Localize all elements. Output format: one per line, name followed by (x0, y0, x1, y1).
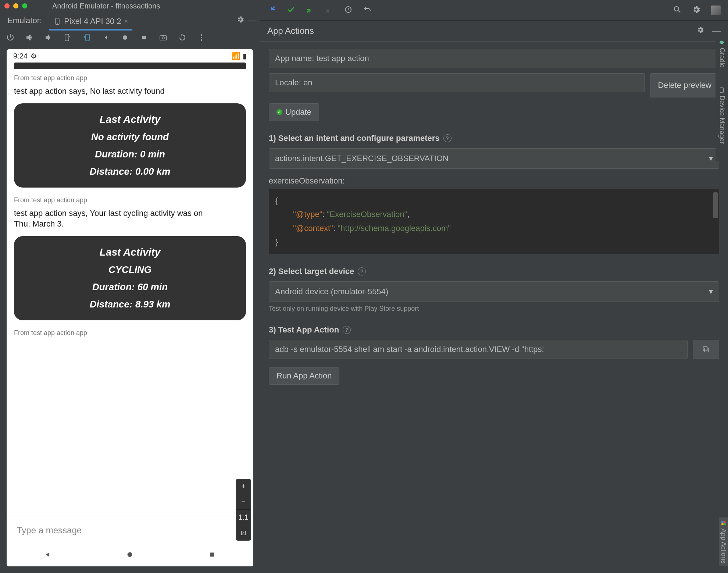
window-traffic-lights (4, 3, 27, 8)
rotate-right-icon[interactable] (82, 33, 91, 43)
side-tab-gradle[interactable]: Gradle (717, 37, 727, 70)
activity-card-1[interactable]: Last Activity No activity found Duration… (14, 103, 246, 188)
nav-back-icon[interactable] (44, 551, 52, 560)
card1-distance: Distance: 0.00 km (21, 166, 239, 177)
power-icon[interactable] (6, 33, 15, 43)
reload-icon[interactable] (178, 33, 187, 43)
status-time: 9:24 (13, 52, 28, 60)
previous-card-strip (14, 63, 246, 69)
activity-card-2[interactable]: Last Activity CYCLING Duration: 60 min D… (14, 236, 246, 320)
search-icon[interactable] (673, 5, 682, 15)
card2-distance: Distance: 8.93 km (21, 299, 239, 310)
app-name-field[interactable]: App name: test app action (269, 49, 719, 68)
svg-point-19 (721, 521, 724, 523)
side-tab-app-actions[interactable]: App Actions (719, 517, 728, 566)
check-circle-icon: ✓ (276, 109, 282, 115)
zoom-fit-button[interactable] (236, 525, 251, 541)
svg-rect-12 (210, 553, 214, 557)
minimize-window-button[interactable] (13, 3, 18, 8)
arrow-in-icon[interactable] (267, 5, 276, 15)
svg-rect-16 (704, 348, 709, 352)
svg-point-11 (128, 552, 132, 557)
update-label: Update (285, 107, 311, 117)
emulator-minimize-icon[interactable]: — (248, 16, 256, 25)
message-input[interactable]: Type a message (7, 516, 253, 544)
svg-point-7 (162, 37, 164, 39)
panel-settings-icon[interactable] (696, 26, 704, 36)
scrollbar-thumb[interactable] (713, 192, 718, 218)
svg-point-8 (201, 34, 202, 36)
emulator-settings-icon[interactable] (236, 15, 245, 26)
json-editor[interactable]: { "@type": "ExerciseObservation", "@cont… (269, 189, 719, 254)
nav-home-icon[interactable] (126, 551, 134, 560)
from-label-3: From test app action app (14, 329, 246, 337)
status-bar: 9:24 ⚙ 📶 ▮ (7, 49, 253, 63)
assistant-conversation[interactable]: From test app action app test app action… (7, 63, 253, 516)
delete-preview-button[interactable]: Delete preview (650, 73, 719, 97)
device-value: Android device (emulator-5554) (275, 287, 388, 296)
help-icon[interactable]: ? (343, 326, 351, 334)
zoom-out-button[interactable]: − (236, 494, 251, 510)
svg-point-22 (724, 523, 726, 525)
step3-header: 3) Test App Action ? (269, 325, 719, 335)
panel-title: App Actions (267, 26, 314, 36)
adb-command-field[interactable]: adb -s emulator-5554 shell am start -a a… (269, 340, 688, 359)
emulator-label: Emulator: (4, 16, 46, 25)
run-app-action-button[interactable]: Run App Action (269, 367, 339, 385)
screenshot-icon[interactable] (159, 33, 168, 43)
close-window-button[interactable] (4, 3, 10, 8)
assistant-text-2: test app action says, Your last cycling … (14, 208, 211, 229)
from-label-2: From test app action app (14, 196, 246, 204)
zoom-window-button[interactable] (22, 3, 27, 8)
ide-settings-icon[interactable] (692, 5, 701, 15)
emulator-tab-label: Pixel 4 API 30 2 (64, 17, 121, 26)
back-icon[interactable] (101, 33, 110, 43)
status-gear-icon: ⚙ (31, 51, 37, 60)
emulator-window-title: Android Emulator - fitnessactions (52, 2, 160, 10)
wifi-icon: 📶 (231, 51, 240, 60)
commit-icon[interactable] (325, 5, 333, 15)
help-icon[interactable]: ? (358, 267, 366, 275)
svg-rect-6 (160, 36, 167, 40)
record-icon[interactable] (121, 33, 129, 43)
copy-button[interactable] (693, 340, 719, 359)
ide-toolbar (260, 0, 728, 21)
svg-point-4 (123, 35, 127, 40)
emulator-panel: Android Emulator - fitnessactions Emulat… (0, 0, 260, 573)
card2-subtitle: CYCLING (21, 264, 239, 275)
volume-up-icon[interactable] (25, 33, 34, 43)
locale-field[interactable]: Locale: en (269, 73, 645, 92)
help-icon[interactable]: ? (443, 134, 452, 142)
assistant-text-1: test app action says, No last activity f… (14, 86, 246, 97)
emulator-tab-active[interactable]: Pixel 4 API 30 2 × (49, 14, 132, 31)
intent-value: actions.intent.GET_EXERCISE_OBSERVATION (275, 154, 449, 163)
stop-icon[interactable] (140, 33, 149, 43)
nav-recents-icon[interactable] (208, 551, 216, 560)
zoom-in-button[interactable]: + (236, 479, 251, 494)
undo-icon[interactable] (363, 5, 372, 15)
close-tab-icon[interactable]: × (124, 18, 128, 25)
zoom-11-button[interactable]: 1:1 (236, 510, 251, 525)
card2-title: Last Activity (21, 246, 239, 258)
volume-down-icon[interactable] (44, 33, 53, 43)
side-tab-device-manager[interactable]: Device Manager (717, 85, 727, 146)
svg-point-9 (201, 37, 202, 38)
intent-dropdown[interactable]: actions.intent.GET_EXERCISE_OBSERVATION … (269, 148, 719, 169)
zoom-controls: + − 1:1 (236, 479, 251, 541)
card1-title: Last Activity (21, 114, 239, 125)
more-icon[interactable] (197, 33, 206, 43)
check-icon[interactable] (286, 5, 295, 15)
json-label: exerciseObservation: (269, 176, 719, 186)
svg-point-1 (57, 23, 58, 24)
history-icon[interactable] (344, 5, 353, 15)
svg-rect-17 (703, 346, 707, 350)
ide-panel: App Actions — App name: test app action … (260, 0, 728, 573)
card1-subtitle: No activity found (21, 131, 239, 143)
update-button[interactable]: ✓ Update (269, 103, 319, 121)
user-avatar[interactable] (711, 6, 721, 15)
arrow-out-icon[interactable] (306, 5, 314, 15)
rotate-left-icon[interactable] (63, 33, 72, 43)
nav-bar (7, 544, 253, 566)
device-dropdown[interactable]: Android device (emulator-5554) ▾ (269, 281, 719, 302)
svg-point-15 (674, 7, 679, 11)
